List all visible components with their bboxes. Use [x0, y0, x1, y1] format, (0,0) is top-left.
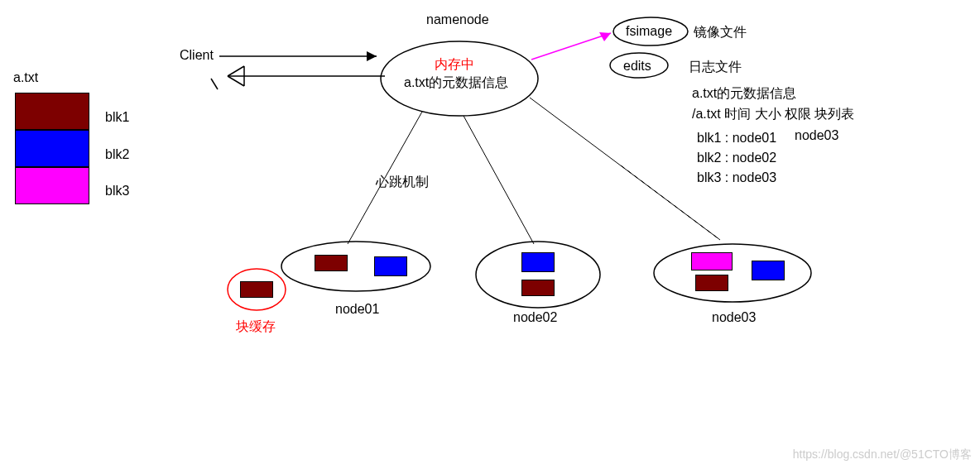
edits-desc: 日志文件	[689, 59, 742, 76]
client-label: Client	[180, 48, 214, 63]
namenode-memory-label: 内存中	[435, 56, 474, 74]
svg-line-7	[531, 33, 611, 60]
node01-blk2	[374, 256, 407, 276]
node03-blk2	[752, 261, 785, 280]
metadata-blk3: blk3 : node03	[697, 170, 776, 185]
namenode-metadata-label: a.txt的元数据信息	[404, 74, 508, 92]
blk1-label: blk1	[105, 110, 129, 125]
node01-label: node01	[335, 302, 379, 317]
metadata-title: a.txt的元数据信息	[692, 85, 796, 103]
svg-marker-4	[367, 51, 377, 61]
block-cache-label: 块缓存	[236, 318, 276, 336]
metadata-blk1-extra: node03	[795, 128, 838, 143]
svg-point-13	[281, 242, 430, 291]
metadata-blk2: blk2 : node02	[697, 151, 776, 165]
fsimage-desc: 镜像文件	[694, 24, 747, 41]
metadata-blk1: blk1 : node01	[697, 131, 776, 146]
node02-blk1	[521, 280, 555, 296]
blk2-swatch	[15, 130, 89, 167]
node03-blk3	[691, 252, 733, 270]
edits-label: edits	[623, 59, 651, 74]
namenode-title: namenode	[426, 12, 489, 27]
blk1-swatch	[15, 93, 89, 130]
heartbeat-label: 心跳机制	[376, 174, 429, 191]
blk2-label: blk2	[105, 147, 129, 162]
svg-line-6	[211, 79, 218, 89]
svg-marker-8	[599, 32, 611, 41]
file-name-label: a.txt	[13, 70, 38, 85]
blk3-swatch	[15, 167, 89, 204]
metadata-row: /a.txt 时间 大小 权限 块列表	[692, 106, 854, 123]
node01-blk1	[315, 255, 348, 271]
block-cache-block	[240, 281, 273, 298]
svg-point-14	[476, 242, 600, 308]
diagram-svg	[0, 0, 980, 469]
node03-label: node03	[712, 310, 756, 325]
svg-point-15	[654, 244, 811, 302]
watermark: https://blog.csdn.net/@51CTO博客	[793, 447, 972, 462]
node02-label: node02	[513, 310, 557, 325]
node02-blk2	[521, 252, 555, 272]
blk3-label: blk3	[105, 184, 129, 199]
node03-blk1	[695, 275, 728, 291]
svg-line-10	[464, 116, 534, 244]
fsimage-label: fsimage	[626, 24, 672, 39]
